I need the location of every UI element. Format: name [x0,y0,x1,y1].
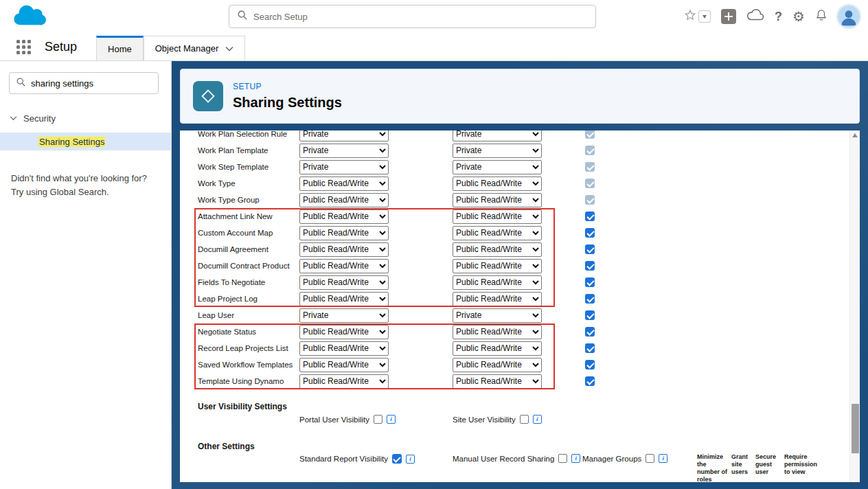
hierarchy-checkbox [585,130,595,139]
hierarchy-checkbox[interactable] [585,327,595,337]
external-access-select[interactable]: Public Read/Write [453,226,542,240]
setting-checkbox[interactable] [646,454,654,463]
internal-access-select[interactable]: Public Read/Write [299,374,389,389]
hierarchy-checkbox[interactable] [585,277,595,287]
internal-access-select[interactable]: Public Read/Write [299,242,389,257]
internal-access-select[interactable]: Public Read/Write [299,325,389,339]
info-icon[interactable]: i [406,455,415,464]
sharing-row: Work Step Template Private Private [180,159,849,175]
info-icon[interactable]: i [571,454,580,463]
external-access-select[interactable]: Private [453,144,542,158]
external-access-select[interactable]: Public Read/Write [453,193,542,207]
sidebar-item-sharing-settings[interactable]: Sharing Settings [0,133,171,150]
object-label: Work Step Template [198,163,299,171]
internal-access-select[interactable]: Public Read/Write [299,341,389,356]
setup-sidebar: Security Sharing Settings Didn't find wh… [0,61,172,489]
info-icon[interactable]: i [387,415,396,424]
user-visibility-heading: User Visibility Settings [198,402,287,411]
hierarchy-checkbox[interactable] [585,360,595,369]
hierarchy-checkbox [585,179,595,188]
setting-label: Portal User Visibility [299,416,369,424]
other-settings-heading: Other Settings [198,442,255,451]
external-access-select[interactable]: Public Read/Write [453,259,542,273]
favorites-dropdown-button[interactable] [698,10,711,23]
external-access-select[interactable]: Public Read/Write [453,242,542,257]
tab-home-label: Home [108,44,132,54]
tab-object-manager[interactable]: Object Manager [144,36,246,60]
internal-access-select[interactable]: Public Read/Write [299,259,389,273]
external-access-select[interactable]: Private [453,160,542,174]
sharing-row: Work Type Group Public Read/Write Public… [180,192,849,208]
favorites-control[interactable] [684,9,711,24]
internal-access-select[interactable]: Private [299,130,389,141]
column-header: Require permission to view [784,453,820,482]
global-search[interactable] [229,5,596,28]
external-access-select[interactable]: Public Read/Write [453,341,542,356]
hierarchy-checkbox[interactable] [585,343,595,353]
object-label: Fields To Negotiate [198,278,299,286]
hierarchy-checkbox[interactable] [585,261,595,271]
hierarchy-checkbox[interactable] [585,310,595,320]
global-header: ? ⚙ [0,0,868,33]
setting-checkbox[interactable] [558,454,567,463]
internal-access-select[interactable]: Public Read/Write [299,292,389,306]
search-setup-input[interactable] [253,12,587,22]
sharing-settings-icon [193,81,223,111]
internal-access-select[interactable]: Public Read/Write [299,209,389,224]
object-label: Negotiate Status [198,328,299,336]
favorites-star-icon[interactable] [684,9,696,24]
info-icon[interactable]: i [533,415,542,424]
setting-checkbox[interactable] [392,454,402,464]
scrollbar[interactable] [849,130,860,482]
app-launcher-waffle-icon[interactable] [16,40,31,54]
help-icon[interactable]: ? [775,10,782,24]
tab-home[interactable]: Home [96,36,144,60]
external-access-select[interactable]: Public Read/Write [453,292,542,306]
internal-access-select[interactable]: Private [299,160,389,174]
scroll-up-arrow-icon[interactable] [852,133,858,137]
avatar[interactable] [838,5,860,27]
sidebar-item-security[interactable]: Security [10,113,56,124]
internal-access-select[interactable]: Public Read/Write [299,275,389,290]
sharing-row: Negotiate Status Public Read/Write Publi… [180,323,849,340]
hierarchy-checkbox[interactable] [585,294,595,304]
external-access-select[interactable]: Public Read/Write [453,325,542,339]
hierarchy-checkbox[interactable] [585,212,595,221]
external-access-select[interactable]: Private [453,130,542,141]
internal-access-select[interactable]: Public Read/Write [299,226,389,240]
internal-access-select[interactable]: Public Read/Write [299,177,389,191]
hierarchy-checkbox [585,195,595,205]
internal-access-select[interactable]: Public Read/Write [299,193,389,207]
notifications-bell-icon[interactable] [815,8,827,25]
external-access-select[interactable]: Public Read/Write [453,209,542,224]
external-access-select[interactable]: Public Read/Write [453,177,542,191]
column-header: Minimize the number of roles [697,453,730,482]
page-title: Sharing Settings [233,95,342,111]
internal-access-select[interactable]: Private [299,308,389,323]
trailhead-cloud-icon[interactable] [746,9,764,24]
hierarchy-checkbox[interactable] [585,376,595,386]
setting-item: Site User Visibilityi [453,415,542,424]
object-label: Documill Contract Product [198,262,299,270]
sidebar-search-input[interactable] [31,78,151,89]
setting-checkbox[interactable] [374,415,382,424]
external-access-select[interactable]: Public Read/Write [453,374,542,389]
setting-label: Manual User Record Sharing [453,455,554,463]
sidebar-search[interactable] [9,72,159,94]
hierarchy-checkbox[interactable] [585,228,595,238]
external-access-select[interactable]: Public Read/Write [453,358,542,372]
scrollbar-thumb[interactable] [852,404,859,453]
external-access-select[interactable]: Private [453,308,542,323]
sharing-row: Work Type Public Read/Write Public Read/… [180,175,849,192]
not-found-line: Didn't find what you're looking for? [11,172,147,185]
global-actions-icon[interactable] [721,9,736,24]
setting-checkbox[interactable] [520,415,529,424]
info-icon[interactable]: i [659,454,667,463]
internal-access-select[interactable]: Private [299,144,389,158]
internal-access-select[interactable]: Public Read/Write [299,358,389,372]
setup-gear-icon[interactable]: ⚙ [792,10,805,23]
search-icon [238,10,247,23]
setting-label: Standard Report Visibility [299,455,388,463]
hierarchy-checkbox[interactable] [585,244,595,254]
external-access-select[interactable]: Public Read/Write [453,275,542,290]
